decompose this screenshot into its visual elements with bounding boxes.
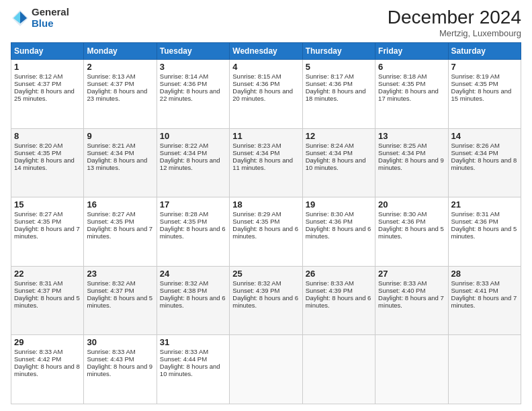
sunrise-text: Sunrise: 8:15 AM <box>232 73 281 80</box>
table-row: 29Sunrise: 8:33 AMSunset: 4:42 PMDayligh… <box>11 335 84 404</box>
table-row <box>230 335 302 404</box>
day-number: 21 <box>451 199 518 210</box>
sunset-text: Sunset: 4:36 PM <box>160 80 207 87</box>
sunset-text: Sunset: 4:35 PM <box>232 218 279 225</box>
sunset-text: Sunset: 4:35 PM <box>451 80 498 87</box>
calendar-week-row: 1Sunrise: 8:12 AMSunset: 4:37 PMDaylight… <box>11 60 521 129</box>
day-number: 23 <box>87 269 153 279</box>
sunset-text: Sunset: 4:34 PM <box>378 149 425 156</box>
day-number: 6 <box>378 62 445 72</box>
sunrise-text: Sunrise: 8:32 AM <box>87 279 135 287</box>
day-number: 16 <box>87 199 153 210</box>
day-number: 17 <box>160 199 226 210</box>
sunrise-text: Sunrise: 8:26 AM <box>451 142 500 149</box>
day-number: 8 <box>14 131 81 141</box>
day-number: 14 <box>451 131 518 141</box>
sunrise-text: Sunrise: 8:28 AM <box>160 210 208 218</box>
calendar-week-row: 8Sunrise: 8:20 AMSunset: 4:35 PMDaylight… <box>11 128 521 197</box>
sunset-text: Sunset: 4:34 PM <box>232 149 279 156</box>
sunset-text: Sunset: 4:36 PM <box>232 80 279 87</box>
sunrise-text: Sunrise: 8:31 AM <box>451 210 500 218</box>
table-row: 22Sunrise: 8:31 AMSunset: 4:37 PMDayligh… <box>11 266 84 335</box>
sunset-text: Sunset: 4:38 PM <box>160 287 207 294</box>
daylight-text: Daylight: 8 hours and 10 minutes. <box>306 156 366 171</box>
table-row: 14Sunrise: 8:26 AMSunset: 4:34 PMDayligh… <box>448 128 521 197</box>
table-row: 9Sunrise: 8:21 AMSunset: 4:34 PMDaylight… <box>84 128 157 197</box>
sunset-text: Sunset: 4:36 PM <box>451 218 498 225</box>
day-number: 12 <box>306 131 372 141</box>
day-number: 2 <box>87 62 153 72</box>
daylight-text: Daylight: 8 hours and 5 minutes. <box>451 225 517 240</box>
daylight-text: Daylight: 8 hours and 8 minutes. <box>14 363 80 377</box>
daylight-text: Daylight: 8 hours and 7 minutes. <box>14 225 80 240</box>
daylight-text: Daylight: 8 hours and 25 minutes. <box>14 87 75 102</box>
sunset-text: Sunset: 4:37 PM <box>87 287 134 294</box>
month-title: December 2024 <box>388 7 521 28</box>
sunset-text: Sunset: 4:44 PM <box>160 355 207 363</box>
sunset-text: Sunset: 4:35 PM <box>160 218 207 225</box>
col-sunday: Sunday <box>11 43 84 60</box>
sunset-text: Sunset: 4:35 PM <box>14 149 61 156</box>
day-number: 18 <box>232 199 299 210</box>
col-tuesday: Tuesday <box>157 43 229 60</box>
daylight-text: Daylight: 8 hours and 12 minutes. <box>160 156 220 171</box>
day-number: 9 <box>87 131 153 141</box>
sunset-text: Sunset: 4:39 PM <box>232 287 279 294</box>
sunset-text: Sunset: 4:35 PM <box>14 218 61 225</box>
table-row: 13Sunrise: 8:25 AMSunset: 4:34 PMDayligh… <box>375 128 448 197</box>
day-number: 25 <box>232 269 299 279</box>
daylight-text: Daylight: 8 hours and 22 minutes. <box>160 87 220 102</box>
sunrise-text: Sunrise: 8:33 AM <box>378 279 427 287</box>
sunrise-text: Sunrise: 8:33 AM <box>87 348 135 355</box>
sunrise-text: Sunrise: 8:22 AM <box>160 142 208 149</box>
sunrise-text: Sunrise: 8:20 AM <box>14 142 62 149</box>
logo-blue-text: Blue <box>32 18 69 30</box>
sunset-text: Sunset: 4:36 PM <box>378 218 425 225</box>
day-number: 10 <box>160 131 226 141</box>
col-wednesday: Wednesday <box>230 43 302 60</box>
sunset-text: Sunset: 4:34 PM <box>451 149 498 156</box>
sunset-text: Sunset: 4:41 PM <box>451 287 498 294</box>
daylight-text: Daylight: 8 hours and 8 minutes. <box>451 156 517 171</box>
daylight-text: Daylight: 8 hours and 20 minutes. <box>232 87 293 102</box>
table-row: 18Sunrise: 8:29 AMSunset: 4:35 PMDayligh… <box>230 197 302 267</box>
sunrise-text: Sunrise: 8:27 AM <box>14 210 62 218</box>
daylight-text: Daylight: 8 hours and 7 minutes. <box>451 294 517 309</box>
sunset-text: Sunset: 4:36 PM <box>306 80 353 87</box>
calendar-week-row: 29Sunrise: 8:33 AMSunset: 4:42 PMDayligh… <box>11 335 521 404</box>
day-number: 4 <box>232 62 299 72</box>
daylight-text: Daylight: 8 hours and 7 minutes. <box>378 294 444 309</box>
table-row <box>375 335 448 404</box>
table-row: 25Sunrise: 8:32 AMSunset: 4:39 PMDayligh… <box>230 266 302 335</box>
calendar-body: 1Sunrise: 8:12 AMSunset: 4:37 PMDaylight… <box>11 60 521 404</box>
logo-icon <box>11 9 30 28</box>
sunrise-text: Sunrise: 8:25 AM <box>378 142 427 149</box>
col-thursday: Thursday <box>302 43 375 60</box>
day-number: 19 <box>306 199 372 210</box>
calendar-week-row: 15Sunrise: 8:27 AMSunset: 4:35 PMDayligh… <box>11 197 521 267</box>
table-row: 21Sunrise: 8:31 AMSunset: 4:36 PMDayligh… <box>448 197 521 267</box>
daylight-text: Daylight: 8 hours and 13 minutes. <box>87 156 147 171</box>
daylight-text: Daylight: 8 hours and 14 minutes. <box>14 156 75 171</box>
day-number: 7 <box>451 62 518 72</box>
table-row: 30Sunrise: 8:33 AMSunset: 4:43 PMDayligh… <box>84 335 157 404</box>
table-row: 10Sunrise: 8:22 AMSunset: 4:34 PMDayligh… <box>157 128 229 197</box>
sunset-text: Sunset: 4:39 PM <box>306 287 353 294</box>
table-row: 26Sunrise: 8:33 AMSunset: 4:39 PMDayligh… <box>302 266 375 335</box>
col-friday: Friday <box>375 43 448 60</box>
sunrise-text: Sunrise: 8:23 AM <box>232 142 281 149</box>
sunrise-text: Sunrise: 8:29 AM <box>232 210 281 218</box>
daylight-text: Daylight: 8 hours and 23 minutes. <box>87 87 147 102</box>
sunset-text: Sunset: 4:43 PM <box>87 355 134 363</box>
table-row: 2Sunrise: 8:13 AMSunset: 4:37 PMDaylight… <box>84 60 157 129</box>
sunrise-text: Sunrise: 8:21 AM <box>87 142 135 149</box>
sunrise-text: Sunrise: 8:14 AM <box>160 73 208 80</box>
sunrise-text: Sunrise: 8:30 AM <box>306 210 354 218</box>
table-row: 12Sunrise: 8:24 AMSunset: 4:34 PMDayligh… <box>302 128 375 197</box>
sunrise-text: Sunrise: 8:30 AM <box>378 210 427 218</box>
daylight-text: Daylight: 8 hours and 10 minutes. <box>160 363 220 377</box>
sunset-text: Sunset: 4:34 PM <box>306 149 353 156</box>
table-row: 27Sunrise: 8:33 AMSunset: 4:40 PMDayligh… <box>375 266 448 335</box>
sunrise-text: Sunrise: 8:27 AM <box>87 210 135 218</box>
sunrise-text: Sunrise: 8:33 AM <box>160 348 208 355</box>
